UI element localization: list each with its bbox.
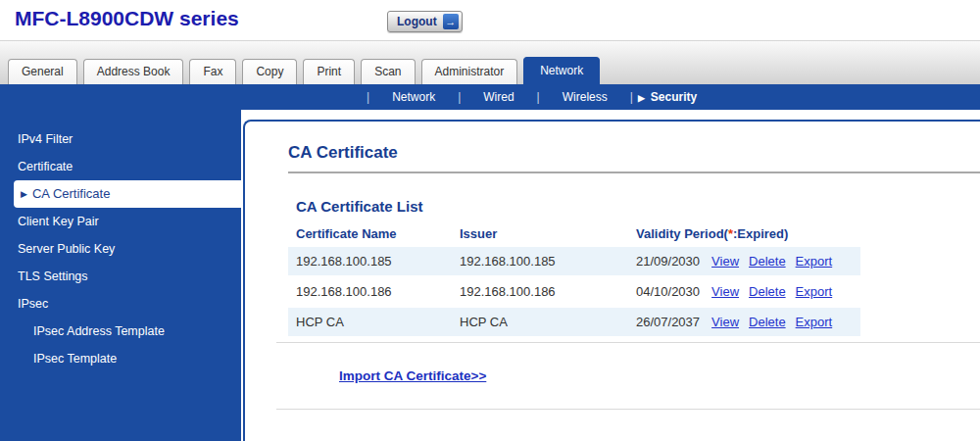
tab-print[interactable]: Print [303,59,355,84]
issuer-cell: 192.168.100.186 [452,277,628,306]
sidebar-item-ca-certificate[interactable]: ▶CA Certificate [14,180,241,208]
tab-general[interactable]: General [8,59,77,84]
view-link[interactable]: View [711,254,739,269]
tab-address-book[interactable]: Address Book [83,59,184,84]
content-panel: CA Certificate CA Certificate List Certi… [243,120,980,441]
sidebar-item-ca-certificate-label: CA Certificate [32,186,110,201]
view-link[interactable]: View [711,315,739,329]
validity-cell: 26/07/2037ViewDeleteExport [628,308,860,336]
logout-arrow-icon: → [443,14,459,29]
table-divider [276,342,980,343]
view-link[interactable]: View [711,284,739,299]
validity-date: 21/09/2030 [636,254,700,269]
tab-copy[interactable]: Copy [242,59,297,84]
table-row: 192.168.100.186 192.168.100.186 04/10/20… [288,277,860,306]
sidebar-item-server-public-key[interactable]: Server Public Key [0,235,241,263]
validity-cell: 04/10/2030ViewDeleteExport [628,277,860,306]
validity-header-prefix: Validity Period( [636,226,728,241]
subnav-item-security-label: Security [651,90,697,104]
network-subnav-bar: | Network | Wired | Wireless | ▶Security [0,84,980,110]
subnav-item-wireless[interactable]: Wireless [540,90,630,104]
table-row: 192.168.100.185 192.168.100.185 21/09/20… [288,247,860,275]
export-link[interactable]: Export [796,254,833,269]
bottom-divider [276,409,980,410]
sidebar-item-certificate[interactable]: Certificate [0,153,241,180]
page-title: MFC-L8900CDW series [15,7,239,30]
sidebar-item-tls-settings[interactable]: TLS Settings [0,263,241,290]
column-header-issuer: Issuer [452,222,628,245]
logout-button-label: Logout [397,15,437,28]
column-header-validity: Validity Period(*:Expired) [628,222,860,245]
active-subnav-arrow-icon: ▶ [638,93,645,103]
certificate-name-cell: HCP CA [288,308,452,336]
tab-administrator[interactable]: Administrator [421,59,518,84]
validity-date: 04/10/2030 [636,284,700,299]
subnav-item-network[interactable]: Network [369,90,458,104]
tab-network[interactable]: Network [523,57,600,84]
table-header-row: Certificate Name Issuer Validity Period(… [288,222,860,245]
brother-web-admin-page: MFC-L8900CDW series Logout → General Add… [0,0,980,441]
sidebar-item-ipsec[interactable]: IPsec [0,290,241,318]
tab-fax[interactable]: Fax [189,59,236,84]
section-title: CA Certificate [288,143,980,163]
delete-link[interactable]: Delete [749,284,786,299]
list-title: CA Certificate List [296,198,980,215]
issuer-cell: 192.168.100.185 [452,247,628,275]
validity-cell: 21/09/2030ViewDeleteExport [628,247,860,275]
sidebar-item-ipv4-filter[interactable]: IPv4 Filter [0,125,241,153]
top-header: MFC-L8900CDW series Logout → [0,0,980,41]
subnav-item-wired[interactable]: Wired [461,90,536,104]
sidebar-item-ipsec-address-template[interactable]: IPsec Address Template [0,318,241,345]
delete-link[interactable]: Delete [749,315,786,329]
sidebar-item-ipsec-template[interactable]: IPsec Template [0,345,241,372]
logout-button[interactable]: Logout → [387,11,463,32]
title-divider [288,172,980,173]
active-item-arrow-icon: ▶ [21,189,27,199]
subnav-item-security[interactable]: ▶Security [633,90,707,104]
body-row: IPv4 Filter Certificate ▶CA Certificate … [0,110,980,441]
content-area: CA Certificate CA Certificate List Certi… [241,110,980,441]
validity-header-suffix: :Expired) [733,226,788,241]
security-sidebar: IPv4 Filter Certificate ▶CA Certificate … [0,110,241,441]
sidebar-item-client-key-pair[interactable]: Client Key Pair [0,208,241,235]
import-ca-certificate-link[interactable]: Import CA Certificate>> [339,368,486,383]
export-link[interactable]: Export [796,315,833,329]
column-header-certificate-name: Certificate Name [288,222,452,245]
primary-tab-bar: General Address Book Fax Copy Print Scan… [0,41,980,84]
ca-certificate-table: Certificate Name Issuer Validity Period(… [288,220,860,338]
validity-date: 26/07/2037 [636,315,700,329]
export-link[interactable]: Export [796,284,833,299]
table-row: HCP CA HCP CA 26/07/2037ViewDeleteExport [288,308,860,336]
certificate-name-cell: 192.168.100.186 [288,277,452,306]
issuer-cell: HCP CA [452,308,628,336]
delete-link[interactable]: Delete [749,254,786,269]
certificate-name-cell: 192.168.100.185 [288,247,452,275]
tab-scan[interactable]: Scan [361,59,415,84]
